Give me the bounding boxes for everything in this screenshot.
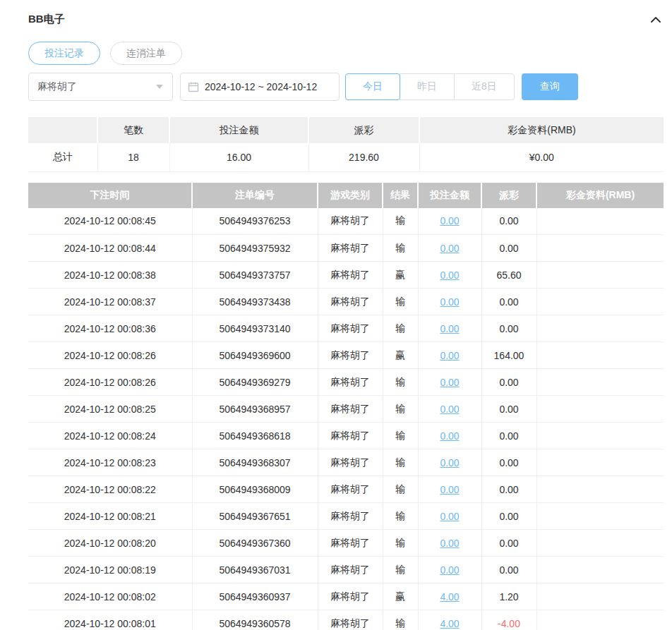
bet-amount-link[interactable]: 4.00 [440, 591, 459, 602]
col-header-bonus: 彩金资料(RMB) [536, 183, 664, 208]
quick-range-yesterday-button[interactable]: 昨日 [400, 73, 455, 100]
bet-amount-link[interactable]: 0.00 [440, 511, 459, 522]
bet-time-cell: 2024-10-12 00:08:25 [28, 396, 192, 423]
bet-amount-link[interactable]: 0.00 [440, 484, 459, 495]
bet-amount-cell: 0.00 [418, 262, 481, 289]
bonus-cell [536, 396, 664, 423]
result-cell: 输 [383, 423, 418, 449]
bonus-cell [536, 583, 664, 610]
bet-time-cell: 2024-10-12 00:08:23 [28, 449, 192, 476]
game-type-cell: 麻将胡了 [318, 208, 383, 235]
order-id-cell: 5064949369600 [192, 342, 318, 369]
bet-time-cell: 2024-10-12 00:08:37 [28, 289, 192, 315]
bet-amount-cell: 0.00 [418, 369, 481, 396]
payout-cell: 0.00 [481, 235, 536, 262]
bet-amount-link[interactable]: 0.00 [440, 430, 459, 442]
filter-bar: 麻将胡了 2024-10-12 ~ 2024-10-12 今日 昨日 近8日 查… [28, 73, 664, 101]
bet-time-cell: 2024-10-12 00:08:21 [28, 503, 192, 530]
game-type-cell: 麻将胡了 [318, 235, 383, 262]
bet-amount-cell: 0.00 [418, 235, 481, 262]
game-type-cell: 麻将胡了 [318, 610, 383, 630]
order-id-cell: 5064949368957 [192, 396, 318, 423]
table-row: 2024-10-12 00:08:455064949376253麻将胡了输0.0… [28, 208, 664, 235]
bonus-cell [536, 315, 664, 342]
payout-cell: 0.00 [481, 557, 536, 583]
game-type-cell: 麻将胡了 [318, 262, 383, 289]
bet-amount-link[interactable]: 0.00 [440, 323, 459, 334]
result-cell: 输 [383, 289, 418, 315]
tab-bar: 投注记录 连消注单 [28, 42, 664, 65]
panel-header: BB电子 [28, 13, 664, 26]
bet-amount-link[interactable]: 0.00 [440, 350, 459, 361]
bet-amount-link[interactable]: 0.00 [440, 538, 459, 549]
bet-time-cell: 2024-10-12 00:08:38 [28, 262, 192, 289]
bonus-cell [536, 235, 664, 262]
tab-bet-records[interactable]: 投注记录 [28, 42, 100, 65]
bet-records-table: 下注时间 注单编号 游戏类别 结果 投注金额 派彩 彩金资料(RMB) 2024… [28, 183, 664, 630]
payout-cell: 0.00 [481, 449, 536, 476]
payout-cell: -4.00 [481, 610, 536, 630]
bet-amount-cell: 0.00 [418, 503, 481, 530]
table-row: 2024-10-12 00:08:215064949367651麻将胡了输0.0… [28, 503, 664, 530]
order-id-cell: 5064949369279 [192, 369, 318, 396]
result-cell: 输 [383, 503, 418, 530]
bet-amount-link[interactable]: 0.00 [440, 215, 459, 226]
quick-range-8days-button[interactable]: 近8日 [454, 73, 515, 100]
bet-amount-cell: 0.00 [418, 396, 481, 423]
bet-amount-link[interactable]: 0.00 [440, 404, 459, 415]
bonus-cell [536, 557, 664, 583]
table-row: 2024-10-12 00:08:375064949373438麻将胡了输0.0… [28, 289, 664, 315]
bet-amount-link[interactable]: 0.00 [440, 296, 459, 308]
game-type-cell: 麻将胡了 [318, 423, 383, 449]
game-select[interactable]: 麻将胡了 [28, 73, 173, 101]
summary-header-payout: 派彩 [308, 117, 419, 143]
bonus-cell [536, 503, 664, 530]
quick-range-group: 今日 昨日 近8日 [345, 73, 515, 100]
bet-time-cell: 2024-10-12 00:08:24 [28, 423, 192, 449]
date-range-value: 2024-10-12 ~ 2024-10-12 [205, 81, 317, 92]
bet-amount-link[interactable]: 0.00 [440, 564, 459, 576]
table-row: 2024-10-12 00:08:195064949367031麻将胡了输0.0… [28, 557, 664, 583]
result-cell: 输 [383, 557, 418, 583]
collapse-chevron-up-icon[interactable] [648, 13, 664, 26]
bet-amount-link[interactable]: 4.00 [440, 618, 459, 629]
payout-cell: 0.00 [481, 289, 536, 315]
bonus-cell [536, 449, 664, 476]
bet-amount-link[interactable]: 0.00 [440, 269, 459, 281]
summary-total-row: 总计 18 16.00 219.60 ¥0.00 [28, 143, 664, 171]
bet-amount-cell: 0.00 [418, 208, 481, 235]
tab-cancelled-orders[interactable]: 连消注单 [110, 42, 182, 65]
order-id-cell: 5064949367651 [192, 503, 318, 530]
bonus-cell [536, 610, 664, 630]
bet-amount-link[interactable]: 0.00 [440, 243, 459, 254]
quick-range-today-button[interactable]: 今日 [345, 73, 400, 100]
search-button[interactable]: 查询 [522, 73, 578, 100]
bet-time-cell: 2024-10-12 00:08:36 [28, 315, 192, 342]
bonus-cell [536, 289, 664, 315]
bet-amount-link[interactable]: 0.00 [440, 377, 459, 388]
bet-amount-cell: 4.00 [418, 583, 481, 610]
bet-time-cell: 2024-10-12 00:08:20 [28, 530, 192, 557]
game-type-cell: 麻将胡了 [318, 583, 383, 610]
game-type-cell: 麻将胡了 [318, 557, 383, 583]
bonus-cell [536, 208, 664, 235]
result-cell: 输 [383, 369, 418, 396]
bet-records-panel: BB电子 投注记录 连消注单 麻将胡了 2024-10-12 ~ 2024-10… [0, 0, 672, 630]
col-header-payout: 派彩 [481, 183, 536, 208]
bet-amount-cell: 0.00 [418, 449, 481, 476]
result-cell: 赢 [383, 342, 418, 369]
bonus-cell [536, 369, 664, 396]
table-row: 2024-10-12 00:08:205064949367360麻将胡了输0.0… [28, 530, 664, 557]
bet-amount-cell: 0.00 [418, 423, 481, 449]
game-type-cell: 麻将胡了 [318, 315, 383, 342]
payout-cell: 0.00 [481, 208, 536, 235]
bet-time-cell: 2024-10-12 00:08:19 [28, 557, 192, 583]
table-row: 2024-10-12 00:08:225064949368009麻将胡了输0.0… [28, 476, 664, 503]
summary-total-bonus: ¥0.00 [419, 143, 664, 171]
result-cell: 输 [383, 449, 418, 476]
result-cell: 赢 [383, 583, 418, 610]
bonus-cell [536, 342, 664, 369]
bet-amount-link[interactable]: 0.00 [440, 457, 459, 468]
date-range-input[interactable]: 2024-10-12 ~ 2024-10-12 [180, 73, 340, 101]
table-row: 2024-10-12 00:08:445064949375932麻将胡了输0.0… [28, 235, 664, 262]
